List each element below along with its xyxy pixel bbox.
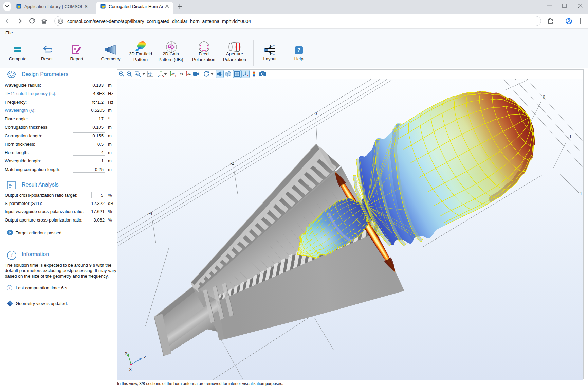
svg-text:y: y — [125, 350, 127, 355]
svg-text:0: 0 — [543, 94, 545, 100]
svg-text:1: 1 — [580, 191, 582, 196]
svg-text:?: ? — [297, 47, 301, 53]
svg-text:xz: xz — [187, 72, 191, 75]
svg-text:x: x — [129, 367, 132, 372]
svg-text:-2: -2 — [230, 161, 234, 166]
svg-text:i: i — [11, 252, 12, 258]
svg-text:-4: -4 — [148, 211, 152, 216]
svg-text:xy: xy — [171, 72, 175, 75]
svg-text:yz: yz — [180, 72, 183, 75]
svg-text:i: i — [9, 286, 10, 290]
svg-text:-1: -1 — [568, 134, 572, 139]
svg-text:0: 0 — [314, 111, 317, 116]
svg-text:z: z — [144, 354, 146, 359]
